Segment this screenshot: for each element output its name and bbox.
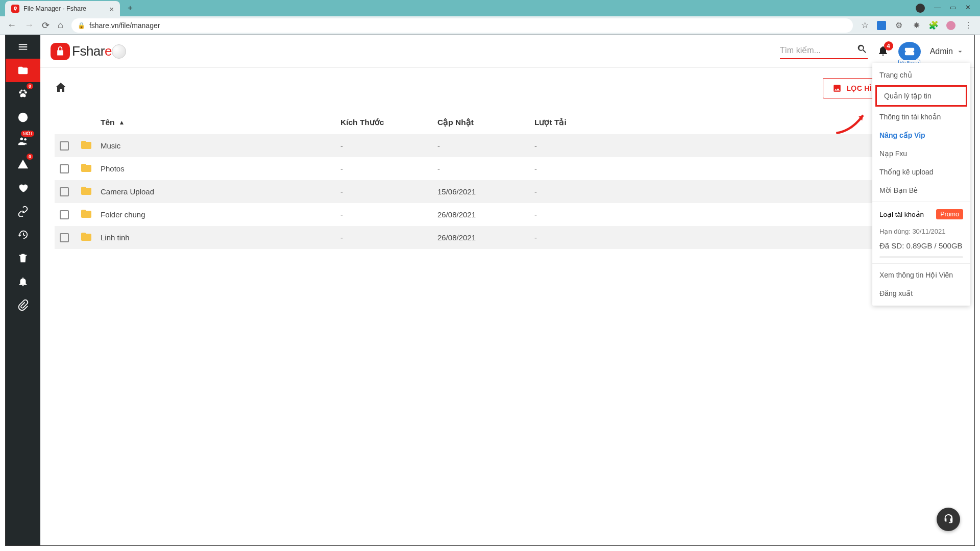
dd-home[interactable]: Trang chủ: [872, 66, 970, 84]
maximize-icon[interactable]: ▭: [950, 4, 956, 13]
search-field[interactable]: [780, 43, 868, 59]
row-checkbox[interactable]: [60, 210, 69, 219]
ext-icon-3[interactable]: ✸: [912, 21, 921, 30]
sidebar-item-warning[interactable]: 0: [6, 153, 40, 176]
svg-point-4: [20, 138, 23, 141]
sidebar-badge: 0: [27, 154, 33, 160]
column-name[interactable]: Tên ▲: [101, 118, 340, 127]
row-checkbox[interactable]: [60, 164, 69, 173]
svg-point-3: [23, 90, 26, 92]
table-row[interactable]: Photos---: [55, 157, 960, 180]
browser-titlebar: File Manager - Fshare × + — ▭ ✕: [0, 0, 980, 16]
breadcrumb-home[interactable]: [55, 81, 67, 95]
column-downloads[interactable]: Lượt Tải: [534, 118, 616, 127]
browser-tab[interactable]: File Manager - Fshare ×: [5, 1, 120, 16]
row-downloads: -: [534, 233, 616, 242]
row-name: Camera Upload: [101, 187, 340, 196]
sidebar-badge-new: MỚI: [21, 131, 34, 137]
minimize-icon[interactable]: —: [934, 4, 941, 13]
sidebar-item-files[interactable]: [6, 59, 40, 82]
svg-point-5: [24, 138, 27, 141]
row-downloads: -: [534, 187, 616, 196]
close-window-icon[interactable]: ✕: [965, 4, 971, 13]
image-filter-icon: [832, 84, 842, 93]
logo[interactable]: Fshare: [51, 43, 126, 60]
user-dropdown: Trang chủ Quản lý tập tin Thông tin tài …: [872, 63, 970, 306]
row-name: Photos: [101, 164, 340, 173]
tab-close-icon[interactable]: ×: [109, 5, 114, 13]
svg-point-1: [24, 91, 27, 94]
notifications-button[interactable]: 4: [877, 44, 889, 59]
vip-badge[interactable]: Vip Promo: [898, 42, 921, 61]
dd-logout[interactable]: Đăng xuất: [872, 284, 970, 303]
dd-upgrade-vip[interactable]: Nâng cấp Vip: [872, 126, 970, 144]
logo-text: Fshare: [72, 43, 112, 59]
sidebar-item-recent[interactable]: [6, 106, 40, 129]
file-table: Tên ▲ Kích Thước Cập Nhật Lượt Tải Music…: [55, 111, 960, 249]
logo-ball-icon: [112, 44, 126, 59]
dd-upload-stats[interactable]: Thống kê upload: [872, 163, 970, 181]
row-checkbox[interactable]: [60, 233, 69, 242]
search-input[interactable]: [780, 46, 856, 55]
sidebar-badge: 0: [27, 83, 33, 89]
kebab-menu-icon[interactable]: ⋮: [964, 21, 973, 30]
dd-invite[interactable]: Mời Bạn Bè: [872, 181, 970, 199]
dd-storage-used: Đã SD: 0.89GB / 500GB: [872, 238, 970, 253]
row-checkbox[interactable]: [60, 187, 69, 196]
sidebar-item-links[interactable]: [6, 199, 40, 223]
svg-point-0: [19, 91, 21, 94]
svg-point-2: [20, 90, 22, 92]
dd-account-info[interactable]: Thông tin tài khoản: [872, 108, 970, 126]
sidebar-item-notifications[interactable]: [6, 270, 40, 293]
sidebar-item-favorites[interactable]: [6, 176, 40, 199]
user-name: Admin: [930, 47, 953, 56]
search-icon[interactable]: [856, 43, 868, 57]
row-size: -: [340, 233, 437, 242]
sidebar-hamburger[interactable]: [6, 35, 40, 59]
row-updated: -: [437, 141, 534, 150]
dd-manage-files[interactable]: Quản lý tập tin: [875, 85, 967, 107]
table-row[interactable]: Camera Upload-15/06/2021-: [55, 180, 960, 203]
new-tab-button[interactable]: +: [123, 1, 137, 15]
profile-avatar-icon[interactable]: [946, 21, 955, 30]
row-size: -: [340, 164, 437, 173]
folder-icon: [80, 162, 101, 176]
row-updated: -: [437, 164, 534, 173]
back-icon[interactable]: ←: [7, 20, 16, 31]
row-downloads: -: [534, 210, 616, 219]
sort-asc-icon: ▲: [119, 119, 125, 126]
promo-badge: Promo: [936, 209, 963, 219]
profile-icon[interactable]: [916, 4, 925, 13]
column-updated[interactable]: Cập Nhật: [437, 118, 534, 127]
sidebar-item-history[interactable]: [6, 223, 40, 246]
forward-icon: →: [24, 20, 34, 31]
dd-member-info[interactable]: Xem thông tin Hội Viên: [872, 266, 970, 284]
dd-expiry: Hạn dùng: 30/11/2021: [872, 224, 970, 238]
sidebar-item-attachments[interactable]: [6, 293, 40, 317]
row-downloads: -: [534, 141, 616, 150]
column-size[interactable]: Kích Thước: [340, 118, 437, 127]
table-row[interactable]: Music---: [55, 134, 960, 157]
ext-icon-2[interactable]: ⚙: [894, 21, 903, 30]
sidebar-item-shared[interactable]: MỚI: [6, 129, 40, 153]
browser-address-bar: ← → ⟳ ⌂ 🔒 fshare.vn/file/manager ☆ ⚙ ✸ 🧩…: [0, 16, 980, 35]
ext-icon-1[interactable]: [877, 21, 886, 30]
support-fab[interactable]: [937, 508, 960, 531]
home-icon[interactable]: ⌂: [58, 20, 63, 31]
url-field[interactable]: 🔒 fshare.vn/file/manager: [71, 18, 853, 33]
table-row[interactable]: Folder chung-26/08/2021-: [55, 203, 960, 226]
logo-mark-icon: [51, 43, 70, 60]
storage-progress-bar: [879, 256, 963, 258]
bookmark-star-icon[interactable]: ☆: [861, 20, 869, 31]
row-size: -: [340, 141, 437, 150]
reload-icon[interactable]: ⟳: [42, 20, 50, 31]
extensions-puzzle-icon[interactable]: 🧩: [929, 21, 938, 30]
dd-topup[interactable]: Nạp Fxu: [872, 144, 970, 163]
sidebar-item-pets[interactable]: 0: [6, 82, 40, 106]
row-updated: 26/08/2021: [437, 233, 534, 242]
row-checkbox[interactable]: [60, 141, 69, 151]
user-menu-toggle[interactable]: Admin: [930, 47, 964, 56]
sidebar-item-trash[interactable]: [6, 246, 40, 270]
url-text: fshare.vn/file/manager: [89, 21, 160, 30]
table-row[interactable]: Linh tinh-26/08/2021-: [55, 226, 960, 249]
